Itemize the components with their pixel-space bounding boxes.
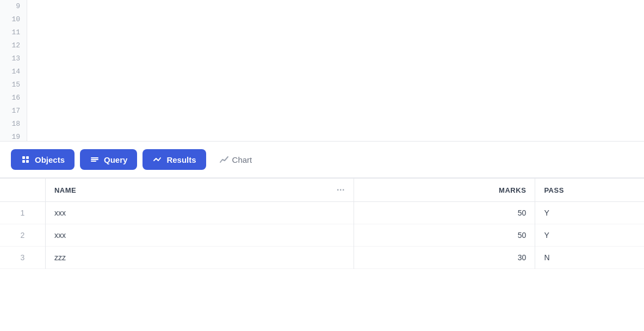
code-line-12 (38, 39, 633, 52)
more-options-icon[interactable]: ··· (337, 185, 345, 195)
svg-rect-3 (26, 160, 29, 163)
cell-row-num: 2 (0, 224, 45, 247)
chart-label: Chart (232, 155, 252, 164)
line-numbers: 9 10 11 12 13 14 15 16 17 18 19 (0, 0, 27, 141)
line-num-16: 16 (11, 91, 20, 105)
table-body: 1xxx50Y2xxx50Y3zzz30N (0, 202, 644, 269)
code-line-10 (38, 13, 633, 26)
code-line-11 (38, 26, 633, 39)
line-num-12: 12 (11, 39, 20, 52)
code-line-9 (38, 0, 633, 13)
cell-row-num: 1 (0, 202, 45, 224)
code-line-18 (38, 118, 633, 131)
line-num-11: 11 (11, 26, 20, 39)
results-button[interactable]: Results (143, 149, 206, 170)
code-line-17 (38, 105, 633, 118)
cell-name: xxx (45, 224, 354, 247)
line-num-13: 13 (11, 52, 20, 65)
query-icon (90, 155, 100, 164)
results-table-wrapper: NAME ··· MARKS PASS 1xxx50Y2xxx50Y3zzz30… (0, 178, 644, 269)
line-num-17: 17 (11, 105, 20, 118)
toolbar: Objects Query Results Chart (0, 142, 644, 178)
cell-marks: 50 (354, 224, 535, 247)
line-num-19: 19 (11, 131, 20, 144)
objects-icon (21, 155, 30, 164)
cell-pass: N (535, 247, 644, 269)
col-header-pass: PASS (535, 179, 644, 202)
cell-pass: Y (535, 202, 644, 224)
line-num-15: 15 (11, 78, 20, 91)
query-button[interactable]: Query (80, 149, 137, 170)
chart-icon (219, 155, 229, 164)
table-row: 3zzz30N (0, 247, 644, 269)
code-area[interactable]: select * from learn; (27, 0, 644, 141)
cell-row-num: 3 (0, 247, 45, 269)
code-line-16 (38, 91, 633, 105)
line-num-14: 14 (11, 65, 20, 78)
cell-name: xxx (45, 202, 354, 224)
code-line-15 (38, 78, 633, 91)
col-header-marks: MARKS (354, 179, 535, 202)
col-header-num (0, 179, 45, 202)
table-header-row: NAME ··· MARKS PASS (0, 179, 644, 202)
col-header-name: NAME ··· (45, 179, 354, 202)
line-num-9: 9 (16, 0, 20, 13)
svg-rect-0 (22, 156, 25, 159)
svg-rect-2 (22, 160, 25, 163)
svg-rect-1 (26, 156, 29, 159)
cell-name: zzz (45, 247, 354, 269)
query-label: Query (104, 155, 127, 164)
results-icon (152, 155, 162, 164)
chart-button[interactable]: Chart (212, 149, 260, 170)
cell-marks: 50 (354, 202, 535, 224)
cell-marks: 30 (354, 247, 535, 269)
results-table: NAME ··· MARKS PASS 1xxx50Y2xxx50Y3zzz30… (0, 178, 644, 269)
objects-label: Objects (35, 155, 65, 164)
code-line-13 (38, 52, 633, 65)
editor-area: 9 10 11 12 13 14 15 16 17 18 19 select *… (0, 0, 644, 142)
table-row: 1xxx50Y (0, 202, 644, 224)
table-row: 2xxx50Y (0, 224, 644, 247)
cell-pass: Y (535, 224, 644, 247)
col-name-label: NAME (54, 186, 76, 194)
line-num-10: 10 (11, 13, 20, 26)
objects-button[interactable]: Objects (11, 149, 75, 170)
line-num-18: 18 (11, 118, 20, 131)
code-line-14 (38, 65, 633, 78)
code-line-19: select * from learn; (38, 131, 633, 141)
results-label: Results (166, 155, 196, 164)
